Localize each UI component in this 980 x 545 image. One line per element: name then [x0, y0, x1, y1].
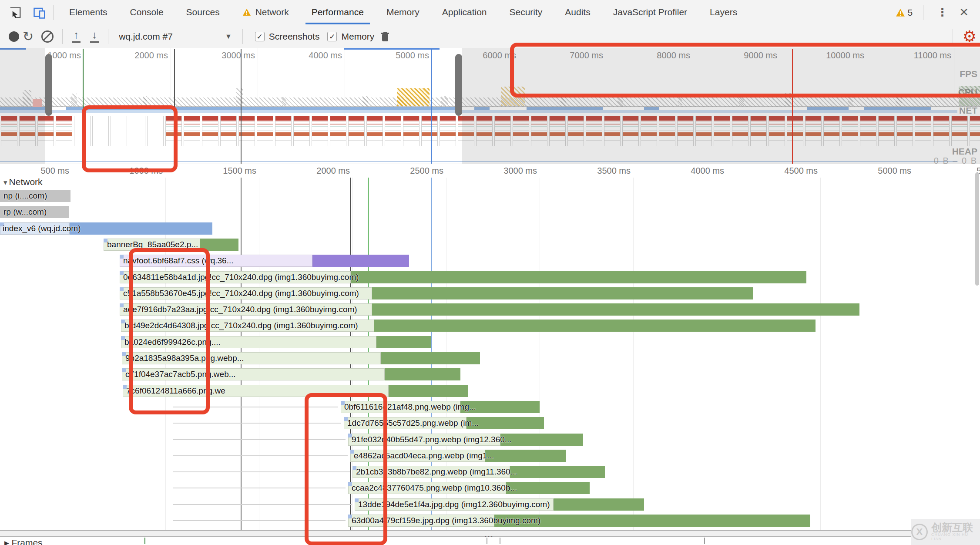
devtools-tabbar: ElementsConsoleSourcesNetworkPerformance…: [0, 0, 980, 25]
filmstrip-screenshot[interactable]: [403, 116, 420, 146]
record-button[interactable]: [9, 31, 19, 42]
collapse-triangle-icon: ▾: [3, 178, 7, 187]
request-download-bar[interactable]: [385, 368, 460, 380]
tab-label: Performance: [312, 7, 364, 17]
tab-layers[interactable]: Layers: [698, 0, 748, 24]
frame-tick: [144, 538, 145, 544]
clear-icon[interactable]: [41, 30, 54, 43]
request-download-bar[interactable]: [554, 498, 644, 511]
tab-network[interactable]: Network: [231, 0, 300, 24]
tab-memory[interactable]: Memory: [375, 0, 431, 24]
request-download-bar[interactable]: [389, 385, 468, 397]
request-download-bar[interactable]: [376, 336, 431, 348]
waterfall-ruler-label: 3500 ms: [597, 166, 631, 176]
overview-window-handle[interactable]: [455, 54, 462, 116]
request-label: index_v6 (wq.jd.com): [3, 222, 81, 235]
overview-window-handle[interactable]: [45, 54, 52, 116]
filmstrip-screenshot[interactable]: [385, 116, 401, 146]
annotation-highlight-4: [510, 43, 980, 98]
save-profile-icon[interactable]: ↓: [89, 30, 100, 43]
filmstrip-screenshot[interactable]: [275, 116, 292, 146]
request-label: np (i....com): [3, 190, 47, 202]
frame-tick: [704, 538, 705, 544]
tab-performance[interactable]: Performance: [300, 0, 375, 24]
filmstrip-screenshot[interactable]: [330, 116, 346, 146]
warning-count[interactable]: 5: [896, 7, 913, 18]
filmstrip-screenshot[interactable]: [257, 116, 273, 146]
tab-label: Elements: [69, 7, 107, 17]
load-profile-icon[interactable]: ↑: [70, 30, 82, 43]
profile-name: wq.jd.com #7: [119, 31, 173, 42]
filmstrip-screenshot[interactable]: [293, 116, 310, 146]
filmstrip-screenshot[interactable]: [220, 116, 237, 146]
tab-label: Console: [130, 7, 164, 17]
waterfall-gridline: [633, 178, 634, 530]
toolbar-divider: [953, 29, 953, 44]
request-download-bar[interactable]: [494, 515, 810, 527]
tab-elements[interactable]: Elements: [58, 0, 119, 24]
filmstrip-screenshot[interactable]: [421, 116, 438, 146]
request-download-bar[interactable]: [510, 466, 605, 478]
pane-splitter[interactable]: …: [0, 530, 980, 537]
request-download-bar[interactable]: [70, 222, 212, 235]
waterfall-ruler-label: 4500 ms: [784, 166, 818, 176]
filmstrip-screenshot[interactable]: [440, 116, 456, 146]
device-toolbar-icon[interactable]: [30, 4, 49, 21]
warning-count-value: 5: [908, 7, 913, 18]
cpu-activity-peak: [236, 88, 243, 106]
profile-select[interactable]: wq.jd.com #7 ▼: [113, 31, 238, 42]
watermark-subtext: CHUANG XIN HU LIAN: [931, 532, 980, 541]
filmstrip-screenshot[interactable]: [312, 116, 328, 146]
toolbar-divider: [53, 5, 54, 20]
delete-profile-icon[interactable]: [381, 32, 389, 41]
filmstrip-screenshot[interactable]: [366, 116, 383, 146]
frames-section-header[interactable]: ▸ Frames: [4, 538, 43, 545]
tab-console[interactable]: Console: [119, 0, 175, 24]
overview-ruler-label: 1000 ms: [47, 50, 81, 61]
request-download-bar[interactable]: [372, 303, 859, 316]
tab-audits[interactable]: Audits: [554, 0, 601, 24]
responsiveness-bar: [344, 48, 440, 50]
filmstrip-screenshot[interactable]: [348, 116, 365, 146]
request-download-bar[interactable]: [374, 320, 816, 332]
inspect-element-icon[interactable]: [6, 4, 24, 21]
screenshots-label: Screenshots: [269, 31, 320, 42]
waterfall-gridline: [727, 178, 727, 530]
watermark: X 创新互联 CHUANG XIN HU LIAN: [911, 519, 980, 545]
screenshots-checkbox[interactable]: ✓: [255, 32, 265, 41]
request-download-bar[interactable]: [485, 450, 566, 462]
overview-event-marker: [431, 49, 432, 164]
more-options-icon[interactable]: ⋮: [934, 6, 950, 19]
tab-security[interactable]: Security: [498, 0, 554, 24]
request-download-bar[interactable]: [372, 287, 753, 299]
devtools-window: ElementsConsoleSourcesNetworkPerformance…: [0, 0, 980, 545]
cpu-activity-peak: [143, 96, 147, 106]
network-section-header[interactable]: ▾Network: [3, 178, 43, 187]
memory-checkbox[interactable]: ✓: [327, 32, 337, 41]
request-download-bar[interactable]: [506, 482, 590, 494]
cpu-activity-peak: [71, 94, 77, 106]
request-download-bar[interactable]: [351, 271, 806, 283]
tab-javascript-profiler[interactable]: JavaScript Profiler: [602, 0, 698, 24]
overview-ruler-label: 5000 ms: [396, 50, 429, 61]
request-download-bar[interactable]: [312, 255, 409, 267]
toolbar-divider: [62, 29, 63, 44]
vertical-scrollbar[interactable]: [975, 172, 979, 286]
overview-unselected-left: [0, 48, 45, 164]
reload-and-profile-icon[interactable]: ↻: [19, 30, 37, 43]
tab-application[interactable]: Application: [431, 0, 498, 24]
request-download-bar[interactable]: [500, 434, 583, 446]
waterfall-gridline: [914, 178, 914, 530]
tab-sources[interactable]: Sources: [175, 0, 231, 24]
tab-label: Application: [442, 7, 487, 17]
request-download-bar[interactable]: [381, 352, 480, 364]
waterfall-ruler-label: 2000 ms: [316, 166, 350, 176]
cpu-activity-peak: [397, 88, 430, 106]
filmstrip-screenshot[interactable]: [184, 116, 200, 146]
cpu-activity-peak: [441, 96, 448, 106]
tab-label: Network: [255, 7, 289, 17]
filmstrip-screenshot[interactable]: [56, 116, 72, 146]
close-icon[interactable]: ✕: [957, 6, 971, 19]
filmstrip-screenshot[interactable]: [202, 116, 218, 146]
memory-label: Memory: [341, 31, 374, 42]
